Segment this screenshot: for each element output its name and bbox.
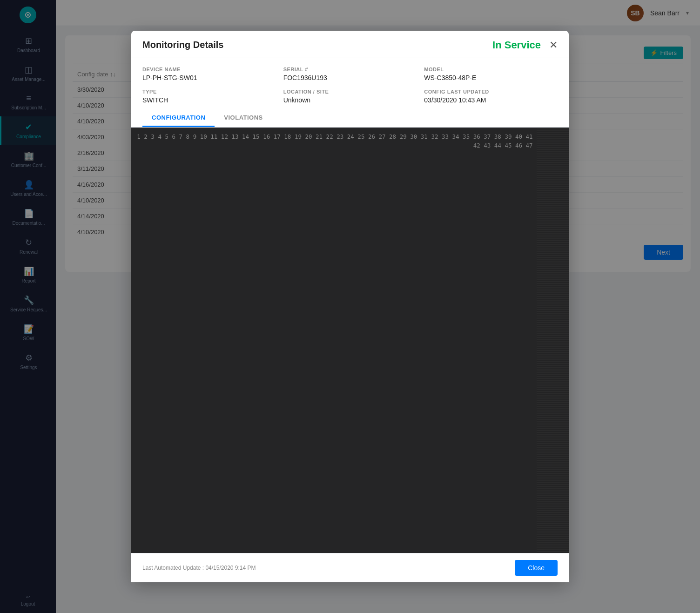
modal-footer: Last Automated Update : 04/15/2020 9:14 … bbox=[131, 553, 569, 582]
location-value: Unknown bbox=[283, 96, 417, 104]
modal-title: Monitoring Details bbox=[142, 40, 223, 50]
modal-close-button[interactable]: ✕ bbox=[549, 40, 558, 50]
line-numbers: 1 2 3 4 5 6 7 8 9 10 11 12 13 14 15 16 1… bbox=[131, 128, 537, 553]
location-label: LOCATION / SITE bbox=[283, 89, 417, 94]
device-info-section: DEVICE NAME LP-PH-STG-SW01 SERIAL # FOC1… bbox=[131, 58, 569, 104]
model-value: WS-C3850-48P-E bbox=[424, 74, 558, 81]
monitoring-details-modal: Monitoring Details In Service ✕ DEVICE N… bbox=[131, 31, 569, 582]
location-group: LOCATION / SITE Unknown bbox=[283, 89, 417, 104]
config-updated-value: 03/30/2020 10:43 AM bbox=[424, 96, 558, 104]
model-group: MODEL WS-C3850-48P-E bbox=[424, 67, 558, 81]
device-name-value: LP-PH-STG-SW01 bbox=[142, 74, 276, 81]
last-automated-update: Last Automated Update : 04/15/2020 9:14 … bbox=[142, 565, 256, 571]
code-editor: 1 2 3 4 5 6 7 8 9 10 11 12 13 14 15 16 1… bbox=[131, 128, 569, 553]
modal-header-right: In Service ✕ bbox=[492, 39, 558, 51]
modal-header: Monitoring Details In Service ✕ bbox=[131, 31, 569, 58]
serial-value: FOC1936U193 bbox=[283, 74, 417, 81]
device-name-group: DEVICE NAME LP-PH-STG-SW01 bbox=[142, 67, 276, 81]
config-updated-group: CONFIG LAST UPDATED 03/30/2020 10:43 AM bbox=[424, 89, 558, 104]
close-button[interactable]: Close bbox=[515, 560, 558, 576]
type-group: TYPE SWITCH bbox=[142, 89, 276, 104]
serial-label: SERIAL # bbox=[283, 67, 417, 72]
type-value: SWITCH bbox=[142, 96, 276, 104]
config-updated-label: CONFIG LAST UPDATED bbox=[424, 89, 558, 94]
in-service-status: In Service bbox=[492, 39, 541, 51]
minimap bbox=[537, 128, 569, 553]
modal-tabs: CONFIGURATION VIOLATIONS bbox=[131, 109, 569, 128]
type-label: TYPE bbox=[142, 89, 276, 94]
minimap-content bbox=[537, 128, 569, 553]
modal-overlay: Monitoring Details In Service ✕ DEVICE N… bbox=[0, 0, 700, 613]
device-name-label: DEVICE NAME bbox=[142, 67, 276, 72]
serial-group: SERIAL # FOC1936U193 bbox=[283, 67, 417, 81]
tab-violations[interactable]: VIOLATIONS bbox=[215, 109, 272, 127]
tab-configuration[interactable]: CONFIGURATION bbox=[142, 109, 215, 127]
model-label: MODEL bbox=[424, 67, 558, 72]
